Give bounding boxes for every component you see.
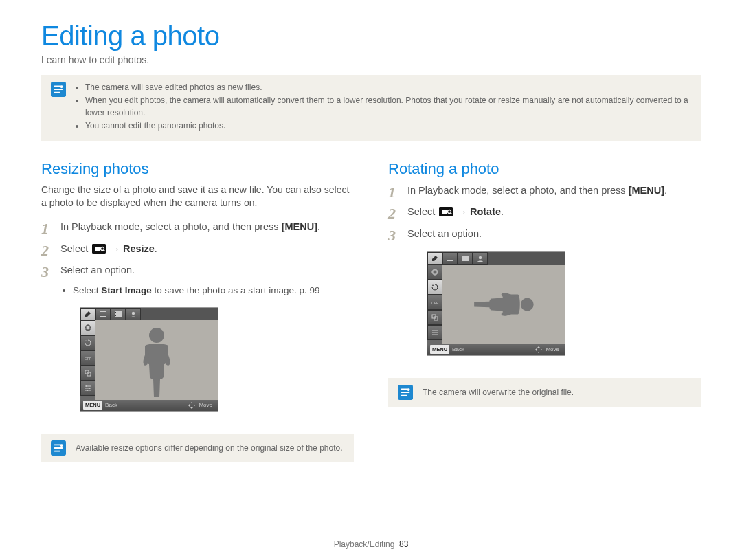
tab-edit-icon: [80, 308, 95, 320]
section-rotating: Rotating a photo In Playback mode, selec…: [388, 160, 701, 462]
sidebar-effect-off-icon: OFF: [427, 295, 442, 310]
page-footer: Playback/Editing 83: [0, 539, 742, 549]
cam-bottom-bar: MENU Back Move: [427, 344, 565, 355]
svg-point-22: [479, 256, 482, 259]
substep: Select Start Image to save the photo as …: [73, 284, 354, 298]
section-heading-rotate: Rotating a photo: [388, 160, 701, 178]
svg-rect-7: [115, 315, 116, 316]
page-number: 83: [399, 539, 408, 549]
section-heading-resize: Resizing photos: [41, 160, 354, 178]
option-resize-label: Resize: [123, 243, 155, 254]
step-text: .: [155, 243, 157, 254]
editor-icon: [439, 207, 453, 216]
tab-face-icon: [473, 252, 488, 265]
notice-box-top: The camera will save edited photos as ne…: [41, 75, 701, 141]
footer-section: Playback/Editing: [334, 539, 395, 549]
cam-sidebar: OFF: [80, 320, 95, 400]
sidebar-rotate-icon: [80, 335, 95, 350]
substep-text: Select: [73, 285, 101, 295]
tab-frame-icon: [95, 308, 111, 320]
page-subtitle: Learn how to edit photos.: [41, 54, 701, 65]
person-silhouette-icon: [133, 326, 181, 400]
step-1: In Playback mode, select a photo, and th…: [41, 220, 354, 235]
step-text: Select an option.: [407, 228, 482, 239]
step-text: .: [501, 206, 504, 217]
arrow-icon: [457, 206, 467, 217]
notice-box-resize: Available resize options differ dependin…: [41, 434, 354, 462]
start-image-label: Start Image: [101, 285, 152, 295]
step-text: In Playback mode, select a photo, and th…: [407, 185, 629, 196]
page-title: Editing a photo: [41, 21, 701, 52]
svg-point-8: [132, 311, 135, 314]
note-icon: [51, 82, 66, 97]
back-label: Back: [105, 401, 117, 410]
sidebar-crop-icon: [427, 310, 442, 325]
svg-point-12: [86, 385, 87, 387]
svg-point-28: [407, 388, 410, 391]
tab-frame-icon: [442, 252, 458, 265]
editor-icon: [92, 244, 106, 254]
sidebar-resize-icon: [80, 320, 95, 335]
svg-rect-21: [462, 256, 469, 261]
notice-box-rotate: The camera will overwrite the original f…: [388, 378, 701, 407]
notice-text: The camera will overwrite the original f…: [423, 385, 574, 399]
sidebar-adjust-icon: [80, 381, 95, 396]
cam-sidebar: OFF: [427, 265, 442, 344]
menu-button-label: [MENU]: [282, 221, 317, 232]
step-2: Select Rotate.: [388, 205, 701, 220]
notice-item: When you edit photos, the camera will au…: [85, 95, 691, 119]
section-resizing: Resizing photos Change the size of a pho…: [41, 160, 354, 462]
menu-button-label: [MENU]: [629, 185, 664, 196]
step-1: In Playback mode, select a photo, and th…: [388, 183, 701, 199]
camera-screenshot-rotate: OFF Right 90˚: [427, 251, 565, 356]
tab-face-icon: [126, 308, 141, 320]
step-text: In Playback mode, select a photo, and th…: [60, 221, 282, 232]
svg-text:OFF: OFF: [85, 357, 91, 361]
tab-film-icon: [458, 252, 473, 265]
option-rotate-label: Rotate: [470, 206, 501, 217]
step-text: .: [664, 185, 667, 196]
step-text: Select: [407, 206, 438, 217]
sidebar-effect-off-icon: OFF: [80, 350, 95, 366]
step-text: .: [317, 221, 320, 232]
section-desc-resize: Change the size of a photo and save it a…: [41, 183, 354, 210]
menu-pill: MENU: [430, 345, 449, 354]
steps-resize: In Playback mode, select a photo, and th…: [41, 220, 354, 412]
menu-pill: MENU: [83, 401, 102, 410]
note-icon: [51, 440, 66, 456]
tab-edit-icon: [427, 252, 442, 265]
svg-text:OFF: OFF: [431, 301, 438, 305]
move-label: Move: [199, 401, 212, 410]
arrow-icon: [110, 243, 120, 254]
notice-item: You cannot edit the panoramic photos.: [85, 120, 691, 132]
back-label: Back: [452, 346, 464, 354]
cam-canvas: [442, 265, 565, 344]
steps-rotate: In Playback mode, select a photo, and th…: [388, 183, 701, 356]
sidebar-resize-icon: [427, 265, 442, 280]
notice-text: Available resize options differ dependin…: [76, 440, 343, 454]
step-3: Select an option. OFF: [388, 227, 701, 356]
step-text: Select an option.: [60, 265, 135, 276]
cam-bottom-bar: MENU Back Move: [80, 400, 218, 411]
camera-screenshot-resize: OFF 1984 X 1488 MENU Back: [80, 307, 218, 412]
svg-point-13: [89, 388, 90, 389]
sidebar-adjust-icon: [427, 325, 442, 340]
step-text: Select: [60, 243, 91, 254]
sidebar-crop-icon: [80, 366, 95, 381]
move-label: Move: [546, 346, 559, 354]
dpad-icon: [535, 346, 543, 354]
note-icon: [398, 385, 413, 400]
dpad-icon: [188, 401, 196, 410]
cam-top-tabs: [80, 308, 218, 320]
tab-film-icon: [111, 308, 126, 320]
notice-list: The camera will save edited photos as ne…: [76, 82, 691, 134]
svg-rect-6: [115, 312, 116, 313]
step-2: Select Resize.: [41, 242, 354, 257]
cam-canvas: [95, 320, 218, 400]
svg-point-14: [87, 390, 88, 391]
step-3: Select an option. Select Start Image to …: [41, 263, 354, 411]
svg-point-1: [60, 86, 63, 89]
substep-text: to save the photo as a start image. p. 9…: [152, 285, 320, 295]
svg-point-26: [521, 298, 534, 311]
svg-rect-4: [100, 311, 106, 316]
